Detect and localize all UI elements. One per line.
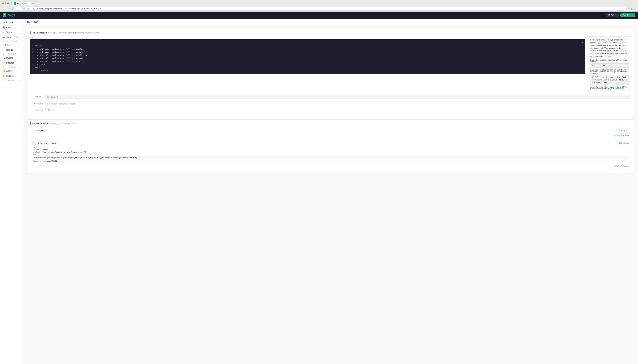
body-label: body:	[33, 154, 43, 156]
action-card-inspect-header: Type: inspect Edit Delete	[30, 128, 631, 133]
toggle-help-icon[interactable]: ●	[52, 108, 54, 111]
bookmark-icon[interactable]: ☆	[627, 7, 630, 10]
nav-logo: E EMQX	[3, 13, 15, 17]
emqx-docs-link[interactable]: EMQX Documentation	[607, 88, 624, 90]
browser-tabs: Dashboard ✕ +	[2, 1, 636, 6]
back-button[interactable]: ←	[2, 7, 6, 10]
github-button[interactable]: ⌘ GitHub	[606, 13, 618, 17]
line-num-9: 9	[32, 69, 33, 72]
test-sql-label: Test SQL	[30, 108, 43, 112]
action-card-inspect-actions: Edit Delete	[618, 129, 629, 131]
detail-headers: headers: {'content-type': 'application/x…	[33, 151, 629, 153]
breadcrumb-current: Edit	[34, 20, 38, 23]
extensions-icon[interactable]: ⊞	[630, 7, 633, 10]
sidebar-section-tools[interactable]: 🔧 Tools ∨	[0, 65, 23, 68]
sidebar-section-rule-engine[interactable]: ⚙ Rule Engine ∧	[0, 40, 23, 43]
sidebar-item-resource[interactable]: Resource	[0, 48, 23, 52]
action-handler-section: * Action Handler Processing messages for…	[27, 120, 634, 174]
main-content: Rule / Edit Rule condition Defining rule…	[23, 18, 638, 364]
sidebar-item-modules[interactable]: ◫ Modules	[0, 60, 23, 65]
browser-bar: ← → ↻ ⚠ ec2-18-191-185-127.us-east-2.com…	[2, 6, 636, 12]
sql-line-9: "/location"	[35, 69, 88, 72]
type-label-webserver: Type:	[33, 142, 37, 144]
line-num-2: 2	[32, 48, 33, 50]
active-tab[interactable]: Dashboard ✕	[12, 1, 31, 6]
help-button[interactable]: ⓘ	[602, 14, 604, 17]
menu-icon[interactable]: ⋮	[633, 7, 636, 10]
action-type-webserver: Type: data_to_webserver	[33, 142, 56, 144]
sidebar-item-topics[interactable]: ≡ Topics	[0, 30, 23, 35]
sql-expand-button[interactable]: ⤢	[581, 41, 583, 44]
description-input[interactable]	[45, 102, 631, 106]
fullscreen-traffic-light[interactable]	[7, 2, 9, 4]
test-sql-row: Test SQL ●	[30, 108, 631, 112]
content-area: Rule condition Defining rule conditions …	[23, 25, 638, 180]
settings-icon: ⚙	[3, 75, 5, 77]
forward-button[interactable]: →	[6, 7, 10, 10]
refresh-button[interactable]: ↻	[11, 7, 14, 10]
nav-right: ⓘ ⌘ GitHub Free Trial →	[602, 13, 635, 17]
section-header: Rule condition Defining rule conditions …	[30, 31, 631, 34]
action-card-inspect-footer: + Fallback Actions	[30, 133, 631, 138]
resource-label: Resource:	[33, 160, 43, 162]
sidebar-item-plugins[interactable]: 🔌 Plugins	[0, 56, 23, 60]
action-card-inspect: Type: inspect Edit Delete + Fallback Act…	[30, 127, 631, 138]
sidebar-item-label: Subscriptions	[6, 36, 18, 38]
rule-id-input[interactable]	[45, 94, 631, 99]
webserver-edit-button[interactable]: Edit	[618, 142, 622, 144]
subscriptions-icon: ▦	[3, 36, 5, 38]
inspect-edit-button[interactable]: Edit	[618, 129, 622, 131]
close-traffic-light[interactable]	[2, 2, 4, 4]
webserver-delete-button[interactable]: Delete	[623, 142, 629, 144]
sidebar-section-general[interactable]: ≡ General ∨	[0, 78, 23, 82]
sidebar: ▤ Monitor 👤 Clients ≡ Topics ▦ Subscript…	[0, 18, 23, 364]
sidebar-item-rule[interactable]: Rule	[0, 43, 23, 48]
sql-help-code1: SELECT * FROM 't/#'	[590, 64, 629, 68]
tab-favicon	[14, 2, 16, 5]
breadcrumb-separator: /	[33, 20, 33, 23]
sidebar-item-subscriptions[interactable]: ▦ Subscriptions	[0, 35, 23, 40]
sidebar-sub-label: Rule	[5, 44, 9, 46]
sidebar-item-label: Settings	[6, 75, 14, 77]
free-trial-button[interactable]: Free Trial →	[620, 14, 635, 17]
sidebar-section-label: Tools	[9, 66, 15, 68]
topics-icon: ≡	[3, 31, 5, 34]
test-sql-toggle[interactable]	[45, 108, 51, 111]
chevron-down-icon: ∨	[19, 66, 21, 68]
inspect-delete-button[interactable]: Delete	[623, 129, 629, 131]
chevron-down-icon: ∨	[19, 80, 21, 81]
tab-close-icon[interactable]: ✕	[27, 3, 29, 4]
description-row: Description	[30, 102, 631, 106]
sidebar-section-analysis[interactable]: 📊 Analysis ∨	[0, 52, 23, 56]
new-tab-button[interactable]: +	[32, 2, 35, 5]
detail-body: body: id=${clientid}&lat=${latitude}&lon…	[33, 154, 629, 160]
sidebar-section-label: General	[8, 80, 16, 81]
test-sql-toggle-row: ●	[45, 108, 54, 111]
sidebar-item-settings[interactable]: ⚙ Settings	[0, 74, 23, 78]
arrow-icon: →	[631, 14, 633, 16]
sql-editor[interactable]: ⤢ 1 2 3 4 5 6 7	[30, 39, 585, 74]
sql-line-2: nth(1, split(payload.msg, ',')) as latit…	[35, 48, 88, 50]
type-label-inspect: Type:	[33, 130, 37, 132]
sql-toolbar: ⤢	[32, 41, 583, 44]
sql-code[interactable]: SELECT nth(1, split(payload.msg, ',')) a…	[35, 45, 88, 72]
minimize-traffic-light[interactable]	[5, 2, 7, 4]
breadcrumb-parent[interactable]: Rule	[27, 20, 32, 23]
address-bar[interactable]: ⚠ ec2-18-191-185-127.us-east-2.compute.a…	[15, 7, 626, 10]
monitor-icon: ▤	[3, 21, 5, 24]
sql-label-text: SQL	[31, 36, 35, 38]
inspect-fallback-button[interactable]: + Fallback Actions	[614, 134, 629, 136]
detail-path: path:	[33, 146, 629, 148]
sidebar-item-alarms[interactable]: 🔔 Alarms	[0, 68, 23, 74]
action-type-inspect: Type: inspect	[33, 129, 45, 132]
webserver-fallback-button[interactable]: + Fallback Actions	[614, 165, 629, 167]
app-layout: ▤ Monitor 👤 Clients ≡ Topics ▦ Subscript…	[0, 18, 638, 364]
sql-help-step1: 1. Select the messages published to t/# …	[590, 59, 629, 63]
action-details-webserver: path: method: POST headers: {'content-ty…	[30, 146, 631, 164]
sql-help-item-2: 2. Select the client connected event and…	[590, 69, 629, 85]
sidebar-item-label: Plugins	[6, 57, 13, 59]
sql-help-code2: SELECT clientid, connected_at FROM "$eve…	[590, 75, 629, 85]
sidebar-item-clients[interactable]: 👤 Clients	[0, 25, 23, 30]
sql-line-8: FROM	[35, 66, 88, 69]
sidebar-item-monitor[interactable]: ▤ Monitor	[0, 20, 23, 25]
